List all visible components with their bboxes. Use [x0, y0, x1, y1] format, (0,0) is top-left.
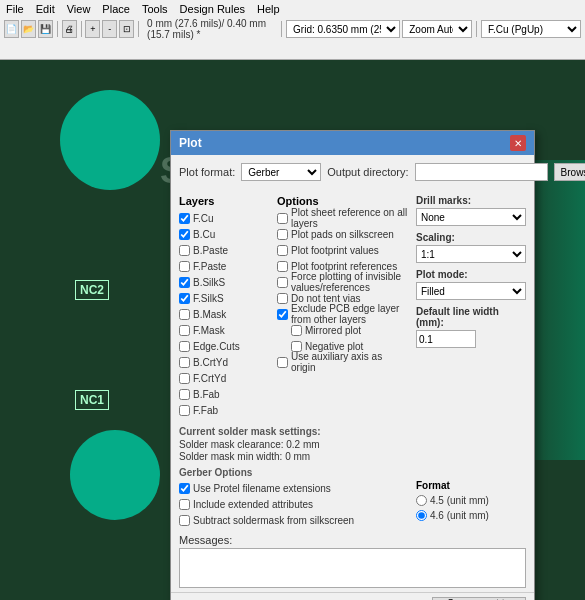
layer-bcu-checkbox[interactable]: [179, 229, 190, 240]
messages-label: Messages:: [179, 534, 526, 546]
layer-edge-cuts-checkbox[interactable]: [179, 341, 190, 352]
menu-design-rules[interactable]: Design Rules: [178, 3, 247, 15]
gerber-protel: Use Protel filename extensions: [179, 480, 408, 496]
gerber-protel-checkbox[interactable]: [179, 483, 190, 494]
opt-negative-label: Negative plot: [305, 341, 363, 352]
opt-sheet-ref-checkbox[interactable]: [277, 213, 288, 224]
zoom-in-btn[interactable]: +: [85, 20, 100, 38]
layer-bsilks-checkbox[interactable]: [179, 277, 190, 288]
zoom-out-btn[interactable]: -: [102, 20, 117, 38]
opt-force-invis-checkbox[interactable]: [277, 277, 288, 288]
plot-dialog: Plot ✕ Plot format: Gerber Output direct…: [170, 130, 535, 600]
opt-pads-silk-label: Plot pads on silkscreen: [291, 229, 394, 240]
solder-minwidth-label: Solder mask min width:: [179, 451, 282, 462]
plot-format-select[interactable]: Gerber: [241, 163, 321, 181]
open-btn[interactable]: 📂: [21, 20, 36, 38]
opt-pads-silk-checkbox[interactable]: [277, 229, 288, 240]
opt-mirrored-label: Mirrored plot: [305, 325, 361, 336]
dialog-title: Plot: [179, 136, 202, 150]
opt-aux-axis-label: Use auxiliary axis as origin: [291, 351, 408, 373]
zoom-fit-btn[interactable]: ⊡: [119, 20, 134, 38]
menu-tools[interactable]: Tools: [140, 3, 170, 15]
save-btn[interactable]: 💾: [38, 20, 53, 38]
gerber-options-row: Use Protel filename extensions Include e…: [179, 480, 526, 528]
gerber-extended-label: Include extended attributes: [193, 499, 313, 510]
opt-negative-checkbox[interactable]: [291, 341, 302, 352]
grid-dropdown[interactable]: Grid: 0.6350 mm (25.00 mils): [286, 20, 400, 38]
dialog-header-section: Plot format: Gerber Output directory: Br…: [171, 155, 534, 195]
menu-edit[interactable]: Edit: [34, 3, 57, 15]
layer-bpaste-checkbox[interactable]: [179, 245, 190, 256]
options-title: Options: [277, 195, 408, 207]
layer-ffab-label: F.Fab: [193, 405, 218, 416]
layer-fpaste-label: F.Paste: [193, 261, 226, 272]
output-dir-label: Output directory:: [327, 166, 408, 178]
plot-mode-title: Plot mode:: [416, 269, 526, 280]
options-section: Options Plot sheet reference on all laye…: [277, 195, 408, 418]
opt-fp-refs-checkbox[interactable]: [277, 261, 288, 272]
menubar: File Edit View Place Tools Design Rules …: [0, 0, 585, 18]
layer-ffab-checkbox[interactable]: [179, 405, 190, 416]
scaling-select[interactable]: 1:1: [416, 245, 526, 263]
layer-bsilks: B.SilkS: [179, 274, 269, 290]
layer-bmask: B.Mask: [179, 306, 269, 322]
messages-section: Messages:: [171, 532, 534, 592]
opt-aux-axis-checkbox[interactable]: [277, 357, 288, 368]
layer-fmask: F.Mask: [179, 322, 269, 338]
opt-aux-axis: Use auxiliary axis as origin: [277, 354, 408, 370]
opt-fp-values: Plot footprint values: [277, 242, 408, 258]
plot-mode-select[interactable]: Filled: [416, 282, 526, 300]
layer-bfab-checkbox[interactable]: [179, 389, 190, 400]
line-width-input[interactable]: [416, 330, 476, 348]
opt-pads-silk: Plot pads on silkscreen: [277, 226, 408, 242]
layer-bcrtyd: B.CrtYd: [179, 354, 269, 370]
zoom-dropdown[interactable]: Zoom Auto: [402, 20, 472, 38]
opt-excl-edge: Exclude PCB edge layer from other layers: [277, 306, 408, 322]
output-dir-input[interactable]: [415, 163, 548, 181]
dialog-close-button[interactable]: ✕: [510, 135, 526, 151]
scaling-group: Scaling: 1:1: [416, 232, 526, 263]
layer-dropdown[interactable]: F.Cu (PgUp): [481, 20, 581, 38]
opt-sheet-ref-label: Plot sheet reference on all layers: [291, 207, 408, 229]
opt-excl-edge-checkbox[interactable]: [277, 309, 288, 320]
layer-fsilks-label: F.SilkS: [193, 293, 224, 304]
layer-bcu: B.Cu: [179, 226, 269, 242]
browse-button[interactable]: Browse...: [554, 163, 585, 181]
new-btn[interactable]: 📄: [4, 20, 19, 38]
menu-help[interactable]: Help: [255, 3, 282, 15]
menu-view[interactable]: View: [65, 3, 93, 15]
layer-fsilks-checkbox[interactable]: [179, 293, 190, 304]
format-45-label: 4.5 (unit mm): [430, 495, 489, 506]
format-46-radio[interactable]: [416, 510, 427, 521]
opt-fp-values-checkbox[interactable]: [277, 245, 288, 256]
layer-fcrtyd-checkbox[interactable]: [179, 373, 190, 384]
solder-clearance-label: Solder mask clearance:: [179, 439, 284, 450]
menu-place[interactable]: Place: [100, 3, 132, 15]
layer-bcrtyd-label: B.CrtYd: [193, 357, 228, 368]
menu-file[interactable]: File: [4, 3, 26, 15]
layer-edge-cuts-label: Edge.Cuts: [193, 341, 240, 352]
layer-fcrtyd: F.CrtYd: [179, 370, 269, 386]
opt-no-tent-checkbox[interactable]: [277, 293, 288, 304]
opt-force-invis-label: Force plotting of invisible values/refer…: [291, 271, 408, 293]
dialog-main-section: Layers F.Cu B.Cu B.Paste F.Paste: [171, 195, 534, 426]
opt-fp-refs-label: Plot footprint references: [291, 261, 397, 272]
layer-fmask-checkbox[interactable]: [179, 325, 190, 336]
gerber-extended-checkbox[interactable]: [179, 499, 190, 510]
format-45-radio[interactable]: [416, 495, 427, 506]
gerber-options-section: Gerber Options Use Protel filename exten…: [171, 467, 534, 532]
layer-fcu-checkbox[interactable]: [179, 213, 190, 224]
layer-bcrtyd-checkbox[interactable]: [179, 357, 190, 368]
opt-mirrored-checkbox[interactable]: [291, 325, 302, 336]
drill-marks-select[interactable]: None: [416, 208, 526, 226]
gerber-subtract-checkbox[interactable]: [179, 515, 190, 526]
messages-box: [179, 548, 526, 588]
layer-bsilks-label: B.SilkS: [193, 277, 225, 288]
drill-marks-group: Drill marks: None: [416, 195, 526, 226]
layer-fpaste-checkbox[interactable]: [179, 261, 190, 272]
layers-section: Layers F.Cu B.Cu B.Paste F.Paste: [179, 195, 269, 418]
layer-bpaste-label: B.Paste: [193, 245, 228, 256]
layer-bmask-checkbox[interactable]: [179, 309, 190, 320]
opt-no-tent-label: Do not tent vias: [291, 293, 360, 304]
print-btn[interactable]: 🖨: [62, 20, 77, 38]
